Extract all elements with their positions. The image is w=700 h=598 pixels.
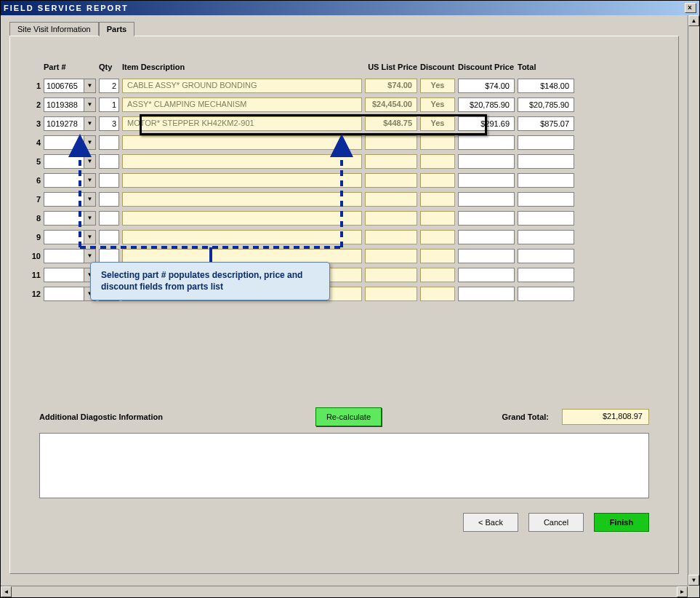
discount-price-input[interactable] xyxy=(458,211,515,226)
total-input[interactable] xyxy=(518,268,574,282)
description-field: ASSY* CLAMPING MECHANISM xyxy=(122,97,362,112)
close-button[interactable]: × xyxy=(685,3,696,13)
part-combo[interactable]: ▼ xyxy=(44,249,96,263)
row-number: 6 xyxy=(28,173,41,188)
qty-input[interactable] xyxy=(99,79,119,93)
description-field xyxy=(122,135,362,150)
part-input[interactable] xyxy=(44,231,84,244)
part-input[interactable] xyxy=(44,79,84,92)
total-input[interactable] xyxy=(518,97,574,112)
part-combo[interactable]: ▼ xyxy=(44,154,96,169)
discount-price-input[interactable] xyxy=(458,192,515,207)
chevron-down-icon[interactable]: ▼ xyxy=(84,155,95,168)
part-input[interactable] xyxy=(44,212,84,225)
total-input[interactable] xyxy=(518,192,574,207)
discount-price-input[interactable] xyxy=(458,135,515,150)
chevron-down-icon[interactable]: ▼ xyxy=(84,136,95,149)
qty-input[interactable] xyxy=(99,116,119,131)
qty-input[interactable] xyxy=(99,154,119,169)
total-input[interactable] xyxy=(518,154,574,169)
part-input[interactable] xyxy=(44,250,84,263)
discount-price-input[interactable] xyxy=(458,97,515,112)
discount-price-input[interactable] xyxy=(458,287,515,301)
chevron-down-icon[interactable]: ▼ xyxy=(84,98,95,111)
scroll-up-icon[interactable]: ▲ xyxy=(688,15,699,26)
back-button[interactable]: < Back xyxy=(463,513,518,532)
qty-input[interactable] xyxy=(99,192,119,207)
scroll-right-icon[interactable]: ► xyxy=(677,586,688,597)
discount-price-input[interactable] xyxy=(458,116,515,131)
total-input[interactable] xyxy=(518,135,574,150)
table-row: 8 ▼ xyxy=(28,211,574,226)
window: FIELD SERVICE REPORT × Site Visit Inform… xyxy=(0,0,700,598)
total-input[interactable] xyxy=(518,211,574,226)
row-number: 9 xyxy=(28,230,41,244)
diagnostic-textarea[interactable] xyxy=(39,433,649,498)
tab-site-visit[interactable]: Site Visit Information xyxy=(9,22,99,36)
wizard-buttons: < Back Cancel Finish xyxy=(463,513,649,532)
qty-input[interactable] xyxy=(99,211,119,226)
discount-price-input[interactable] xyxy=(458,249,515,263)
chevron-down-icon[interactable]: ▼ xyxy=(84,117,95,130)
qty-input[interactable] xyxy=(99,97,119,112)
part-input[interactable] xyxy=(44,136,84,149)
chevron-down-icon[interactable]: ▼ xyxy=(84,193,95,206)
part-combo[interactable]: ▼ xyxy=(44,268,96,282)
qty-input[interactable] xyxy=(99,173,119,188)
part-combo[interactable]: ▼ xyxy=(44,192,96,207)
scroll-left-icon[interactable]: ◄ xyxy=(1,586,12,597)
scrollbar-corner xyxy=(688,586,699,597)
vertical-scrollbar[interactable]: ▲ ▼ xyxy=(688,15,699,586)
tab-parts[interactable]: Parts xyxy=(99,22,135,36)
horizontal-scrollbar[interactable]: ◄ ► xyxy=(1,586,688,597)
discount-field xyxy=(420,249,455,263)
total-input[interactable] xyxy=(518,287,574,301)
part-combo[interactable]: ▼ xyxy=(44,230,96,244)
discount-field: Yes xyxy=(420,116,455,131)
chevron-down-icon[interactable]: ▼ xyxy=(84,79,95,92)
chevron-down-icon[interactable]: ▼ xyxy=(84,231,95,244)
qty-input[interactable] xyxy=(99,230,119,244)
recalculate-button[interactable]: Re-calculate xyxy=(315,407,382,426)
part-combo[interactable]: ▼ xyxy=(44,116,96,131)
part-input[interactable] xyxy=(44,193,84,206)
total-input[interactable] xyxy=(518,230,574,244)
cancel-button[interactable]: Cancel xyxy=(528,513,584,532)
part-input[interactable] xyxy=(44,287,84,300)
scroll-down-icon[interactable]: ▼ xyxy=(688,575,699,586)
qty-input[interactable] xyxy=(99,135,119,150)
part-combo[interactable]: ▼ xyxy=(44,79,96,93)
total-input[interactable] xyxy=(518,79,574,93)
chevron-down-icon[interactable]: ▼ xyxy=(84,212,95,225)
list-price-field: $74.00 xyxy=(365,79,417,93)
total-input[interactable] xyxy=(518,249,574,263)
discount-price-input[interactable] xyxy=(458,268,515,282)
grand-total-value: $21,808.97 xyxy=(562,409,649,425)
total-input[interactable] xyxy=(518,173,574,188)
part-combo[interactable]: ▼ xyxy=(44,135,96,150)
part-combo[interactable]: ▼ xyxy=(44,211,96,226)
qty-input[interactable] xyxy=(99,249,119,263)
hdr-part: Part # xyxy=(44,63,96,74)
discount-price-input[interactable] xyxy=(458,79,515,93)
finish-button[interactable]: Finish xyxy=(594,513,649,532)
part-combo[interactable]: ▼ xyxy=(44,173,96,188)
part-input[interactable] xyxy=(44,98,84,111)
discount-price-input[interactable] xyxy=(458,154,515,169)
row-number: 2 xyxy=(28,97,41,112)
part-combo[interactable]: ▼ xyxy=(44,287,96,301)
footer-row: Additional Diagostic Information Re-calc… xyxy=(39,407,649,426)
discount-field xyxy=(420,173,455,188)
hdr-price: US List Price xyxy=(365,63,417,74)
chevron-down-icon[interactable]: ▼ xyxy=(84,250,95,263)
part-combo[interactable]: ▼ xyxy=(44,97,96,112)
part-input[interactable] xyxy=(44,117,84,130)
discount-price-input[interactable] xyxy=(458,230,515,244)
part-input[interactable] xyxy=(44,174,84,187)
part-input[interactable] xyxy=(44,268,84,282)
total-input[interactable] xyxy=(518,116,574,131)
chevron-down-icon[interactable]: ▼ xyxy=(84,174,95,187)
discount-price-input[interactable] xyxy=(458,173,515,188)
row-number: 8 xyxy=(28,211,41,226)
part-input[interactable] xyxy=(44,155,84,168)
